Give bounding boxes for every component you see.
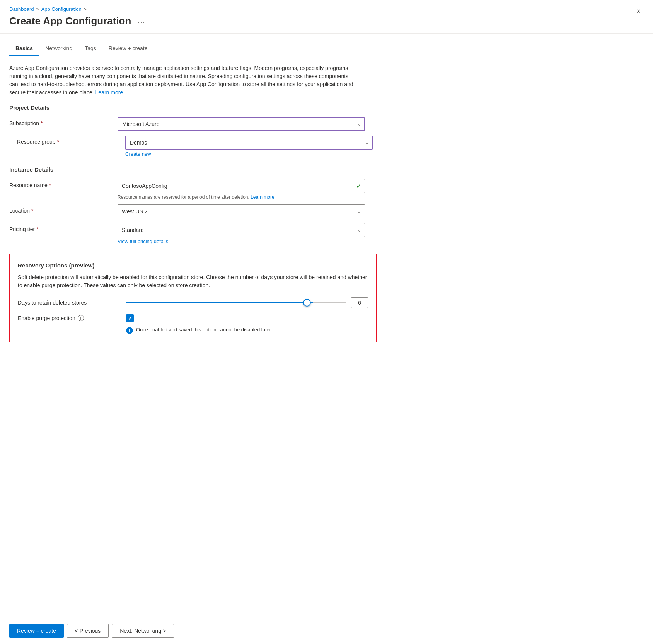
ellipsis-button[interactable]: ... — [135, 16, 148, 26]
pricing-tier-control: Standard Free ⌄ View full pricing detail… — [118, 223, 365, 244]
previous-button[interactable]: < Previous — [67, 624, 109, 638]
resource-name-row: Resource name * ✓ Resource names are res… — [9, 179, 644, 200]
breadcrumb-dashboard[interactable]: Dashboard — [9, 6, 34, 12]
footer-bar: Review + create < Previous Next: Network… — [0, 617, 653, 644]
page-container: Dashboard > App Configuration > Create A… — [0, 0, 653, 644]
days-to-retain-row: Days to retain deleted stores 6 — [18, 297, 368, 308]
resource-group-required: * — [57, 139, 59, 145]
subscription-required: * — [41, 120, 43, 126]
checkbox-checkmark-icon: ✓ — [128, 315, 132, 321]
subscription-dropdown[interactable]: Microsoft Azure — [118, 117, 365, 131]
purge-control-area: ✓ i Once enabled and saved this option c… — [126, 314, 368, 334]
purge-notice: i Once enabled and saved this option can… — [126, 327, 368, 334]
slider-container: 6 — [126, 297, 368, 308]
recovery-options-box: Recovery Options (preview) Soft delete p… — [9, 254, 377, 342]
footer-spacer — [9, 350, 644, 381]
resource-name-label: Resource name * — [9, 179, 118, 188]
days-to-retain-label: Days to retain deleted stores — [18, 300, 126, 306]
recovery-options-title: Recovery Options (preview) — [18, 262, 368, 269]
subscription-dropdown-wrapper: Microsoft Azure ⌄ — [118, 117, 365, 131]
resource-group-control: Demos ⌄ Create new — [125, 136, 373, 157]
instance-details-title: Instance Details — [9, 166, 644, 173]
breadcrumb-sep-2: > — [84, 7, 87, 12]
purge-protection-label: Enable purge protection — [18, 315, 75, 321]
review-create-button[interactable]: Review + create — [9, 624, 64, 638]
resource-group-dropdown[interactable]: Demos — [125, 136, 373, 150]
location-dropdown[interactable]: West US 2 East US East US 2 West US — [118, 204, 365, 218]
info-circle-icon: i — [126, 327, 133, 334]
subscription-row: Subscription * Microsoft Azure ⌄ — [9, 117, 644, 131]
pricing-tier-label: Pricing tier * — [9, 223, 118, 232]
instance-details-section: Instance Details Resource name * ✓ Resou… — [9, 166, 644, 244]
resource-name-required: * — [49, 182, 51, 188]
tab-review-create[interactable]: Review + create — [102, 41, 154, 56]
header-area: Dashboard > App Configuration > Create A… — [0, 0, 653, 34]
header-left: Dashboard > App Configuration > Create A… — [9, 6, 148, 33]
project-details-section: Project Details Subscription * Microsoft… — [9, 104, 644, 157]
breadcrumb: Dashboard > App Configuration > — [9, 6, 148, 12]
page-title: Create App Configuration — [9, 15, 131, 27]
tab-basics[interactable]: Basics — [9, 41, 39, 56]
slider-value-box: 6 — [351, 297, 368, 308]
purge-info-icon[interactable]: i — [78, 315, 84, 321]
pricing-link[interactable]: View full pricing details — [118, 239, 365, 244]
location-dropdown-wrapper: West US 2 East US East US 2 West US ⌄ — [118, 204, 365, 218]
location-label: Location * — [9, 204, 118, 214]
create-new-link[interactable]: Create new — [125, 151, 151, 157]
resource-group-label: Resource group * — [17, 136, 125, 145]
slider-value: 6 — [358, 300, 361, 306]
purge-notice-text: Once enabled and saved this option canno… — [136, 327, 272, 332]
description-learn-more[interactable]: Learn more — [95, 89, 123, 95]
breadcrumb-sep-1: > — [36, 7, 39, 12]
content-area: Basics Networking Tags Review + create A… — [0, 34, 653, 389]
resource-group-row: Resource group * Demos ⌄ Create new — [17, 136, 644, 157]
resource-name-helper: Resource names are reserved for a period… — [118, 194, 365, 200]
resource-name-control: ✓ Resource names are reserved for a peri… — [118, 179, 365, 200]
pricing-tier-dropdown[interactable]: Standard Free — [118, 223, 365, 237]
resource-name-learn-more[interactable]: Learn more — [251, 194, 274, 200]
purge-protection-row: Enable purge protection i ✓ i Once enabl… — [18, 314, 368, 334]
tabs-row: Basics Networking Tags Review + create — [9, 41, 644, 56]
resource-name-input-wrapper: ✓ — [118, 179, 365, 193]
description-text: Azure App Configuration provides a servi… — [9, 64, 357, 97]
location-required: * — [31, 208, 33, 214]
subscription-control: Microsoft Azure ⌄ — [118, 117, 365, 131]
subscription-label: Subscription * — [9, 117, 118, 126]
resource-name-input[interactable] — [118, 179, 365, 193]
resource-name-checkmark-icon: ✓ — [356, 182, 361, 190]
purge-label-area: Enable purge protection i — [18, 314, 126, 321]
resource-group-dropdown-wrapper: Demos ⌄ — [125, 136, 373, 150]
page-title-row: Create App Configuration ... — [9, 15, 148, 33]
location-row: Location * West US 2 East US East US 2 W… — [9, 204, 644, 218]
days-slider[interactable] — [126, 302, 346, 303]
tab-networking[interactable]: Networking — [39, 41, 78, 56]
breadcrumb-app-config[interactable]: App Configuration — [41, 6, 82, 12]
next-networking-button[interactable]: Next: Networking > — [112, 624, 174, 638]
pricing-tier-dropdown-wrapper: Standard Free ⌄ — [118, 223, 365, 237]
recovery-options-desc: Soft delete protection will automaticall… — [18, 273, 368, 290]
tab-tags[interactable]: Tags — [78, 41, 102, 56]
close-button[interactable]: × — [633, 6, 644, 16]
project-details-title: Project Details — [9, 104, 644, 111]
pricing-tier-row: Pricing tier * Standard Free ⌄ View full… — [9, 223, 644, 244]
location-control: West US 2 East US East US 2 West US ⌄ — [118, 204, 365, 218]
pricing-tier-required: * — [36, 226, 38, 232]
purge-protection-checkbox[interactable]: ✓ — [126, 314, 134, 322]
